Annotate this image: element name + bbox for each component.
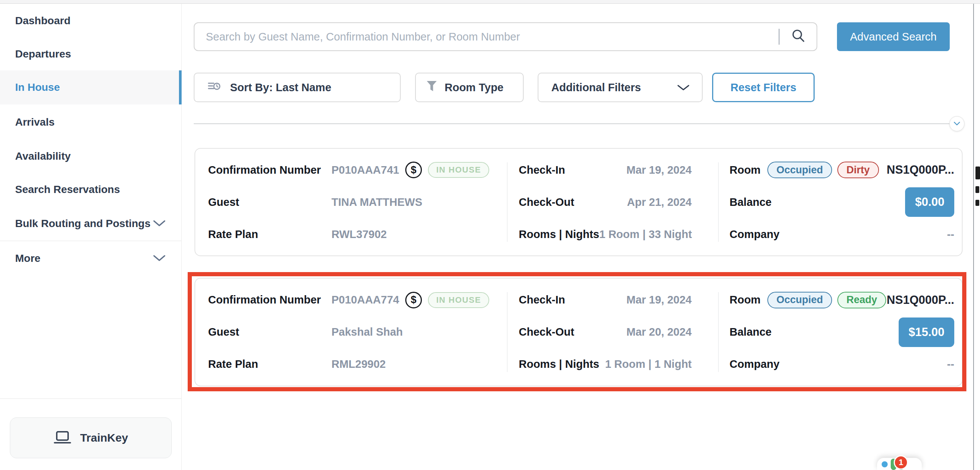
additional-filters-label: Additional Filters: [551, 81, 641, 94]
sidebar-item-dashboard[interactable]: Dashboard: [0, 4, 181, 38]
sort-by-button[interactable]: Sort By: Last Name: [194, 73, 401, 102]
right-edge-divider: [973, 4, 974, 470]
confirmation-number-value: P010AAA774: [331, 294, 399, 306]
collapse-toggle-button[interactable]: [949, 116, 964, 131]
rooms-nights-label: Rooms | Nights: [519, 228, 599, 241]
occupancy-badge: Occupied: [767, 162, 832, 178]
sidebar-item-in-house[interactable]: In House: [0, 70, 181, 104]
occupancy-badge: Occupied: [767, 292, 832, 308]
advanced-search-button[interactable]: Advanced Search: [837, 22, 950, 51]
check-out-label: Check-Out: [519, 326, 574, 338]
sidebar-item-availability[interactable]: Availability: [0, 139, 181, 173]
housekeeping-badge: Dirty: [837, 162, 879, 178]
check-out-label: Check-Out: [519, 196, 574, 209]
chevron-down-icon: [677, 81, 690, 94]
sort-icon: [207, 80, 221, 96]
sort-by-label: Sort By: Last Name: [230, 81, 331, 94]
check-in-value: Mar 19, 2024: [626, 294, 692, 306]
balance-row: Balance $15.00: [730, 323, 954, 341]
check-out-row: Check-Out Mar 20, 2024: [519, 323, 692, 341]
search-icon[interactable]: [791, 29, 806, 45]
reservation-card[interactable]: Confirmation Number P010AAA774 $ IN HOUS…: [194, 278, 963, 386]
sidebar-item-search-reservations[interactable]: Search Reservations: [0, 172, 181, 207]
results-divider: [194, 123, 961, 124]
balance-button[interactable]: $0.00: [905, 187, 954, 217]
confirmation-number-label: Confirmation Number: [208, 294, 331, 306]
confirmation-number-label: Confirmation Number: [208, 164, 331, 176]
sidebar-item-arrivals[interactable]: Arrivals: [0, 105, 181, 139]
dollar-circle-icon[interactable]: $: [405, 162, 422, 178]
check-in-row: Check-In Mar 19, 2024: [519, 161, 692, 178]
check-out-row: Check-Out Apr 21, 2024: [519, 193, 692, 211]
sidebar-item-label: Arrivals: [15, 116, 54, 128]
chat-icon-shape: [881, 461, 888, 467]
sidebar-footer-divider: [0, 398, 181, 399]
check-out-value: Apr 21, 2024: [627, 196, 692, 209]
room-type-label: Room Type: [445, 81, 504, 94]
sidebar-divider: [0, 241, 181, 241]
company-row: Company --: [730, 226, 954, 243]
chevron-down-icon: [953, 120, 960, 127]
confirmation-number-group: P010AAA741 $ IN HOUSE: [331, 162, 489, 178]
status-badge: IN HOUSE: [428, 292, 489, 308]
reservation-card[interactable]: Confirmation Number P010AAA741 $ IN HOUS…: [194, 148, 963, 256]
search-input[interactable]: [194, 23, 779, 50]
search-divider: [779, 29, 780, 45]
room-number-value: NS1Q000P...: [886, 163, 954, 177]
balance-label: Balance: [730, 326, 772, 338]
balance-button[interactable]: $15.00: [899, 317, 954, 347]
sidebar-item-departures[interactable]: Departures: [0, 37, 181, 71]
card-room-column: Room Occupied Dirty NS1Q000P... Balance …: [718, 149, 963, 255]
trainkey-button[interactable]: TrainKey: [10, 417, 172, 458]
sidebar-item-label: In House: [15, 81, 60, 94]
confirmation-number-value: P010AAA741: [331, 164, 399, 176]
room-row: Room Occupied Dirty NS1Q000P...: [730, 161, 954, 178]
company-value: --: [947, 358, 954, 370]
guest-label: Guest: [208, 326, 331, 338]
dollar-circle-icon[interactable]: $: [405, 292, 422, 308]
card-guest-column: Confirmation Number P010AAA774 $ IN HOUS…: [195, 279, 507, 386]
room-number-value: NS1Q000P...: [886, 293, 954, 307]
balance-row: Balance $0.00: [730, 193, 954, 211]
laptop-icon: [54, 430, 71, 446]
check-in-row: Check-In Mar 19, 2024: [519, 292, 692, 309]
rate-plan-row: Rate Plan RWL37902: [208, 226, 507, 243]
guest-value: Pakshal Shah: [331, 326, 403, 338]
room-status-badges: Occupied Ready: [767, 292, 886, 308]
clipped-content-fragment: [975, 200, 979, 206]
sidebar-item-label: Search Reservations: [15, 183, 120, 196]
guest-row: Guest TINA MATTHEWS: [208, 193, 507, 211]
card-dates-column: Check-In Mar 19, 2024 Check-Out Apr 21, …: [507, 149, 718, 255]
additional-filters-button[interactable]: Additional Filters: [538, 73, 703, 102]
company-label: Company: [730, 358, 780, 370]
sidebar-item-label: Bulk Routing and Postings: [15, 218, 151, 230]
check-in-label: Check-In: [519, 294, 565, 306]
guest-row: Guest Pakshal Shah: [208, 323, 507, 341]
sidebar-item-label: Dashboard: [15, 15, 70, 27]
guest-label: Guest: [208, 196, 331, 209]
reset-filters-button[interactable]: Reset Filters: [712, 73, 815, 102]
rooms-nights-label: Rooms | Nights: [519, 358, 599, 370]
confirmation-number-group: P010AAA774 $ IN HOUSE: [331, 292, 489, 308]
check-out-value: Mar 20, 2024: [626, 326, 692, 338]
funnel-icon: [426, 81, 437, 95]
notification-badge[interactable]: 1: [894, 455, 908, 470]
status-badge: IN HOUSE: [428, 162, 489, 178]
check-in-value: Mar 19, 2024: [626, 164, 692, 176]
chevron-down-icon: [153, 252, 166, 264]
sidebar-item-bulk-routing[interactable]: Bulk Routing and Postings: [0, 207, 181, 241]
room-type-button[interactable]: Room Type: [415, 73, 524, 102]
confirmation-number-row: Confirmation Number P010AAA741 $ IN HOUS…: [208, 161, 507, 178]
card-dates-column: Check-In Mar 19, 2024 Check-Out Mar 20, …: [507, 279, 718, 386]
in-house-reservations-page: Dashboard Departures In House Arrivals A…: [0, 0, 980, 470]
room-row: Room Occupied Ready NS1Q000P...: [730, 292, 954, 309]
sidebar-item-label: Departures: [15, 48, 71, 60]
clipped-content-fragment: [975, 167, 980, 179]
rate-plan-value: RML29902: [331, 358, 385, 370]
sidebar-item-more[interactable]: More: [0, 241, 181, 276]
window-top-strip: [0, 0, 980, 4]
sidebar-item-label: More: [15, 252, 40, 264]
room-status-badges: Occupied Dirty: [767, 162, 879, 178]
rooms-nights-row: Rooms | Nights 1 Room | 1 Night: [519, 356, 692, 373]
confirmation-number-row: Confirmation Number P010AAA774 $ IN HOUS…: [208, 292, 507, 309]
